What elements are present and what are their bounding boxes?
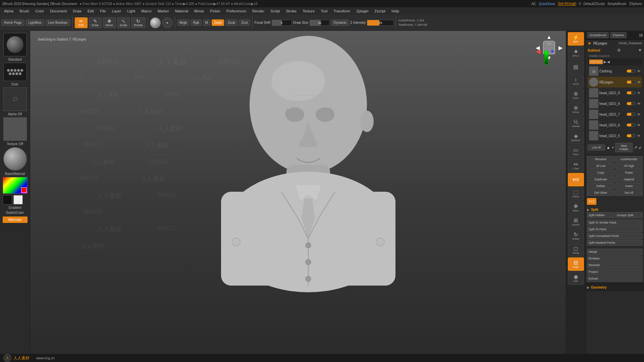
- menu-color[interactable]: Color: [33, 8, 47, 14]
- nav-up-arrow[interactable]: ▲: [546, 34, 552, 40]
- insert-btn[interactable]: Insert: [615, 183, 643, 189]
- folder-arrow-icon[interactable]: ↗: [634, 145, 637, 150]
- reyegeo-eye[interactable]: 👁: [637, 80, 641, 84]
- paste-btn[interactable]: Paste: [615, 170, 643, 176]
- rotate-btn[interactable]: ↻Rotate: [131, 17, 146, 28]
- menu-zscript[interactable]: Zscript: [372, 8, 388, 14]
- add-icon[interactable]: +: [611, 145, 614, 150]
- split-similar-btn[interactable]: Split To Similar Parts: [587, 220, 643, 226]
- reyegeo-toggle[interactable]: [627, 80, 636, 84]
- menu-help[interactable]: Help: [389, 8, 402, 14]
- clothing-toggle[interactable]: [627, 69, 636, 73]
- m-btn[interactable]: M: [203, 19, 210, 26]
- delete-btn[interactable]: Delete: [587, 183, 614, 189]
- dynamic-btn[interactable]: Dynamic: [331, 19, 349, 26]
- floor-btn[interactable]: ▭ Floor: [568, 145, 584, 158]
- zoom3d-btn[interactable]: ⊞ ZoomD: [568, 215, 584, 229]
- menu-document[interactable]: Document: [47, 8, 69, 14]
- rgb-btn[interactable]: Rgb: [191, 19, 201, 26]
- headgeo8-eye[interactable]: 👁: [637, 102, 641, 106]
- menu-stroke[interactable]: Stroke: [283, 8, 299, 14]
- split-unmasked-btn[interactable]: Split Unmasked Points: [587, 233, 643, 239]
- menu-edit[interactable]: Edit: [85, 8, 97, 14]
- simplebr-btn[interactable]: SimpleBrush: [607, 2, 627, 6]
- menu-macro[interactable]: Macro: [139, 8, 154, 14]
- menu-script[interactable]: Script: [268, 8, 282, 14]
- up-arrow-icon[interactable]: ▲: [606, 145, 610, 150]
- defaultscript-btn[interactable]: DefaultZScript: [584, 2, 605, 6]
- headgeo7-eye[interactable]: 👁: [637, 113, 641, 116]
- menu-transform[interactable]: Transform: [331, 8, 353, 14]
- aahalf-btn[interactable]: ½ AAHalf: [568, 117, 584, 130]
- duplicate-btn[interactable]: Duplicate: [587, 176, 614, 182]
- lightbox-btn[interactable]: LightBox: [26, 19, 44, 26]
- zsub-btn[interactable]: Zsub: [225, 19, 237, 26]
- draw-btn[interactable]: ✎Draw: [89, 17, 102, 28]
- focal-shift-slider[interactable]: 0: [272, 20, 292, 26]
- headgeo5-eye[interactable]: 👁: [637, 134, 641, 138]
- list-all-btn[interactable]: List All: [588, 144, 605, 150]
- remesh-btn[interactable]: Remesh: [587, 262, 643, 268]
- menu-tool[interactable]: Tool: [318, 8, 330, 14]
- split-masked-btn[interactable]: Split Masked Points: [587, 240, 643, 246]
- menu-render[interactable]: Render: [250, 8, 267, 14]
- menu-zplugin[interactable]: Zplugin: [354, 8, 371, 14]
- live-boolean-btn[interactable]: Live Boolean: [46, 19, 70, 26]
- gear-icon[interactable]: ⚙: [617, 48, 621, 53]
- headgeo6-item[interactable]: head_GEO_6 👁: [588, 120, 642, 130]
- merge-btn[interactable]: Merge: [587, 249, 643, 255]
- settings-icon2[interactable]: ▼: [638, 48, 642, 53]
- headgeo9-item[interactable]: head_GEO_9 👁: [588, 87, 642, 98]
- zcut-btn[interactable]: Zcut: [239, 19, 250, 26]
- z-intensity-slider[interactable]: 25: [367, 20, 394, 26]
- dynamic-persp-btn[interactable]: ◈ Dynamic: [568, 131, 584, 144]
- folder-add-icon[interactable]: ↙: [639, 145, 642, 150]
- menu-texture[interactable]: Texture: [300, 8, 317, 14]
- menu-marker[interactable]: Marker: [155, 8, 172, 14]
- bpr-btn[interactable]: ⚡ BPR: [568, 32, 584, 46]
- rotate3d-btn[interactable]: ↻ Rotate: [568, 229, 584, 243]
- zsphere-btn-rp[interactable]: ZSphere: [610, 32, 627, 38]
- menu-alpha[interactable]: Alpha: [1, 8, 16, 14]
- canvas-area[interactable]: RRCG 人人素材 RRCG~ ∧ RRCG~ 人人素材 人人素材 RRCG R…: [30, 31, 566, 362]
- material-preview[interactable]: [3, 147, 27, 171]
- new-folder-btn[interactable]: New Folder: [615, 143, 633, 152]
- brush-preview[interactable]: [3, 33, 27, 56]
- groups-split-btn[interactable]: Groups Split: [615, 212, 643, 218]
- append-btn[interactable]: Append: [615, 176, 643, 182]
- extract-btn[interactable]: Extract: [587, 276, 643, 282]
- menu-preferences[interactable]: Preferences: [224, 8, 249, 14]
- headgeo9-eye[interactable]: 👁: [637, 91, 641, 95]
- zoom-btn[interactable]: ⊕ Zoom: [568, 88, 584, 102]
- xyz-action-btn[interactable]: XYZ: [587, 198, 596, 205]
- split-hidden-btn[interactable]: Split Hidden: [587, 212, 614, 218]
- black-swatch[interactable]: [3, 195, 12, 204]
- zsphere-btn[interactable]: ZSphere: [629, 2, 642, 6]
- headgeo8-item[interactable]: head_GEO_8 👁: [588, 98, 642, 109]
- quicksave-btn[interactable]: QuickSave: [539, 2, 555, 6]
- menu-brush[interactable]: Brush: [17, 8, 32, 14]
- clothing-item[interactable]: ▤ Clothing 👁: [588, 65, 642, 77]
- spix-btn[interactable]: ★ SPix 3: [568, 46, 584, 60]
- menu-material[interactable]: Material: [172, 8, 191, 14]
- xyz-btn[interactable]: XYZ: [568, 173, 584, 186]
- lsym-btn[interactable]: ⇔ L.Sym: [568, 159, 584, 172]
- menu-light[interactable]: Light: [124, 8, 138, 14]
- simple-brush-btn[interactable]: SimpleBrush: [587, 32, 609, 38]
- copy-btn[interactable]: Copy: [587, 170, 614, 176]
- mrgb-btn[interactable]: Mrgb: [177, 19, 190, 26]
- split-parts-btn[interactable]: Split To Parts: [587, 226, 643, 232]
- home-page-btn[interactable]: Home Page: [1, 19, 24, 26]
- menu-movie[interactable]: Movie: [192, 8, 207, 14]
- edit-btn[interactable]: ✏Edit: [75, 17, 88, 28]
- headgeo5-item[interactable]: head_GEO_5 👁: [588, 130, 642, 141]
- nav-right-arrow[interactable]: ▶: [558, 45, 562, 51]
- alpha-preview[interactable]: ∅: [3, 87, 27, 111]
- zadd-btn[interactable]: Zadd: [212, 19, 224, 26]
- solo-btn[interactable]: ◉ Solo: [568, 272, 584, 285]
- texture-preview[interactable]: [3, 117, 27, 141]
- white-swatch[interactable]: [13, 195, 23, 204]
- menu-layer[interactable]: Layer: [109, 8, 124, 14]
- clothing-eye[interactable]: 👁: [637, 69, 641, 73]
- headgeo5-toggle[interactable]: [627, 134, 636, 137]
